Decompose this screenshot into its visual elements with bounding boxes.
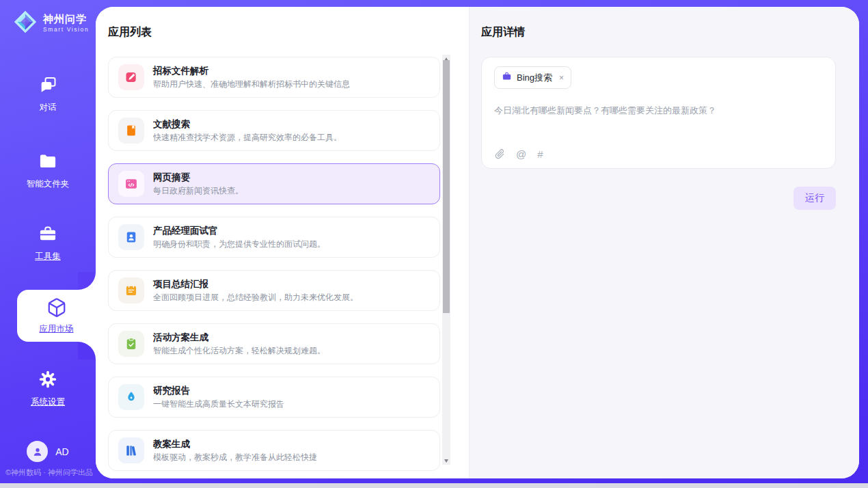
briefcase-icon xyxy=(502,71,512,84)
app-desc: 一键智能生成高质量长文本研究报告 xyxy=(153,398,284,409)
clipboard-check-icon xyxy=(118,331,144,357)
app-list-title: 应用列表 xyxy=(108,25,469,40)
gear-icon xyxy=(38,370,57,392)
browser-code-icon xyxy=(118,171,144,197)
app-desc: 模板驱动，教案秒成，教学准备从此轻松快捷 xyxy=(153,452,317,463)
sidebar-item-smart-folder[interactable]: 智能文件夹 xyxy=(0,152,96,190)
tool-chip-bing-search[interactable]: Bing搜索 × xyxy=(494,66,571,89)
app-list-scrollbar[interactable] xyxy=(442,55,450,465)
brand-subtitle: Smart Vision xyxy=(43,26,89,33)
app-detail-section: 应用详情 Bing搜索 × 今日湖北有哪些新闻要点？有哪些需要关注的最新政策？ xyxy=(469,7,859,478)
mention-icon[interactable]: @ xyxy=(516,149,526,159)
app-card-lesson-plan[interactable]: 教案生成 模板驱动，教案秒成，教学准备从此轻松快捷 xyxy=(108,430,440,471)
app-desc: 智能生成个性化活动方案，轻松解决规划难题。 xyxy=(153,345,325,356)
run-button[interactable]: 运行 xyxy=(794,187,836,210)
app-name: 研究报告 xyxy=(153,385,284,397)
app-detail-title: 应用详情 xyxy=(481,25,836,40)
hash-icon[interactable]: # xyxy=(537,149,543,159)
app-name: 产品经理面试官 xyxy=(153,225,325,237)
interviewer-icon xyxy=(118,224,144,250)
app-desc: 每日政府新闻资讯快查。 xyxy=(153,185,243,196)
app-logo: 神州问学 Smart Vision xyxy=(12,9,89,38)
sidebar-item-label: 智能文件夹 xyxy=(27,178,70,190)
prompt-toolbar: @ # xyxy=(494,148,543,159)
edit-square-icon xyxy=(118,64,144,90)
app-list: 招标文件解析 帮助用户快速、准确地理解和解析招标书中的关键信息 文献搜索 快速精… xyxy=(108,57,440,471)
sidebar-item-settings[interactable]: 系统设置 xyxy=(0,370,96,408)
user-account[interactable]: AD xyxy=(0,441,96,462)
calendar-report-icon xyxy=(118,277,144,303)
sidebar-item-app-market[interactable]: 应用市场 xyxy=(17,290,96,342)
brand-name: 神州问学 xyxy=(43,14,89,25)
tool-chip-label: Bing搜索 xyxy=(517,72,552,84)
content-panel: 应用列表 招标文件解析 帮助用户快速、准确地理解和解析招标书中的关键信息 xyxy=(96,7,859,478)
avatar xyxy=(27,441,48,462)
app-name: 网页摘要 xyxy=(153,172,243,184)
sidebar-item-label: 对话 xyxy=(40,102,57,113)
app-card-project-summary[interactable]: 项目总结汇报 全面回顾项目进展，总结经验教训，助力未来优化发展。 xyxy=(108,270,440,311)
book-icon xyxy=(118,118,144,144)
scroll-down-arrow-icon[interactable] xyxy=(442,457,450,465)
scrollbar-thumb[interactable] xyxy=(443,60,450,313)
window-bottom-strip xyxy=(0,483,868,488)
app-card-research-report[interactable]: 研究报告 一键智能生成高质量长文本研究报告 xyxy=(108,377,440,418)
sidebar-item-label: 工具集 xyxy=(35,251,61,262)
app-name: 文献搜索 xyxy=(153,118,342,131)
sidebar: 神州问学 Smart Vision 对话 智能文件夹 工具集 xyxy=(0,0,96,483)
run-row: 运行 xyxy=(481,187,836,210)
app-desc: 快速精准查找学术资源，提高研究效率的必备工具。 xyxy=(153,132,342,143)
app-desc: 全面回顾项目进展，总结经验教训，助力未来优化发展。 xyxy=(153,292,358,303)
app-list-section: 应用列表 招标文件解析 帮助用户快速、准确地理解和解析招标书中的关键信息 xyxy=(96,7,469,478)
app-card-pm-interviewer[interactable]: 产品经理面试官 明确身份和职责，为您提供专业性的面试问题。 xyxy=(108,217,440,258)
app-card-web-summary[interactable]: 网页摘要 每日政府新闻资讯快查。 xyxy=(108,163,440,204)
sidebar-item-chat[interactable]: 对话 xyxy=(0,75,96,113)
app-desc: 帮助用户快速、准确地理解和解析招标书中的关键信息 xyxy=(153,79,350,90)
app-name: 活动方案生成 xyxy=(153,331,325,344)
sidebar-item-toolset[interactable]: 工具集 xyxy=(0,224,96,262)
app-name: 教案生成 xyxy=(153,438,317,450)
sidebar-item-label: 应用市场 xyxy=(40,323,74,335)
cube-icon xyxy=(46,297,67,321)
app-desc: 明确身份和职责，为您提供专业性的面试问题。 xyxy=(153,239,325,249)
app-name: 项目总结汇报 xyxy=(153,278,358,290)
app-card-literature-search[interactable]: 文献搜索 快速精准查找学术资源，提高研究效率的必备工具。 xyxy=(108,110,440,151)
app-card-event-plan[interactable]: 活动方案生成 智能生成个性化活动方案，轻松解决规划难题。 xyxy=(108,323,440,364)
toolbox-icon xyxy=(38,224,57,246)
chip-close-icon[interactable]: × xyxy=(559,73,564,83)
copyright-text: ©神州数码 · 神州问学出品 xyxy=(0,467,96,478)
chat-icon xyxy=(38,75,57,97)
app-card-bid-analysis[interactable]: 招标文件解析 帮助用户快速、准确地理解和解析招标书中的关键信息 xyxy=(108,57,440,98)
app-name: 招标文件解析 xyxy=(153,65,350,77)
paperclip-icon[interactable] xyxy=(494,148,505,159)
sidebar-item-label: 系统设置 xyxy=(31,396,65,408)
prompt-card: Bing搜索 × 今日湖北有哪些新闻要点？有哪些需要关注的最新政策？ @ # xyxy=(481,57,836,169)
active-notch-bottom xyxy=(78,342,96,360)
user-initials: AD xyxy=(55,446,68,457)
ink-pen-icon xyxy=(118,384,144,410)
folder-icon xyxy=(38,152,57,174)
brand-diamond-icon xyxy=(12,9,38,38)
active-notch-top xyxy=(78,272,96,290)
prompt-input[interactable]: 今日湖北有哪些新闻要点？有哪些需要关注的最新政策？ xyxy=(494,105,823,117)
books-icon xyxy=(118,437,144,463)
